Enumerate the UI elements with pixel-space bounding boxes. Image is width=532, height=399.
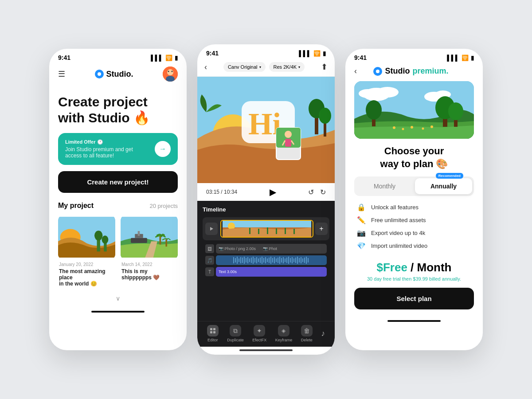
svg-rect-73 xyxy=(288,257,289,264)
status-time-2: 9:41 xyxy=(206,50,219,57)
promo-banner[interactable]: Limited Offer 🕐 Join Studio premium and … xyxy=(58,133,178,165)
photo-track[interactable]: 📷 Photo / png 2.00s 📷 Phot xyxy=(216,244,327,254)
project-count: 20 projects xyxy=(149,203,178,209)
svg-rect-63 xyxy=(270,257,271,264)
svg-rect-48 xyxy=(244,257,245,264)
svg-rect-42 xyxy=(233,257,234,263)
text-track[interactable]: Text 3.00s xyxy=(216,267,327,277)
svg-point-92 xyxy=(359,89,376,98)
svg-rect-76 xyxy=(293,258,294,262)
main-video-track[interactable]: + xyxy=(203,217,329,240)
studio-logo-dot xyxy=(95,70,104,78)
svg-point-96 xyxy=(366,100,382,120)
svg-rect-15 xyxy=(160,236,161,244)
svg-rect-43 xyxy=(235,258,236,262)
status-bar-2: 9:41 ▌▌▌ 🛜 ▮ xyxy=(197,44,335,59)
unlock-icon: 🔒 xyxy=(356,203,367,211)
track-content xyxy=(220,220,313,238)
undo-button[interactable]: ↺ xyxy=(308,188,314,196)
audio-track[interactable] xyxy=(216,255,327,265)
promo-text: Limited Offer 🕐 Join Studio premium and … xyxy=(65,139,133,159)
phone-screen-2: 9:41 ▌▌▌ 🛜 ▮ ‹ Canv Original ▾ Res 2K/4K… xyxy=(197,44,335,355)
photo-track-icon: 🖼 xyxy=(205,244,214,253)
music-note-icon[interactable]: ♪ xyxy=(321,329,325,338)
offer-label: Limited Offer 🕐 xyxy=(65,139,133,145)
home-indicator-3 xyxy=(387,320,441,322)
tool-delete[interactable]: 🗑 Delete xyxy=(301,325,313,342)
feature-import-text: Import unlimited video xyxy=(371,243,427,249)
back-button[interactable]: ‹ xyxy=(204,63,207,72)
svg-point-105 xyxy=(430,125,433,128)
svg-marker-31 xyxy=(210,227,213,231)
track-add-button[interactable]: + xyxy=(315,223,328,235)
svg-rect-55 xyxy=(256,257,257,263)
signal-icon-3: ▌▌▌ xyxy=(447,55,459,61)
canv-label: Canv Original xyxy=(228,64,258,70)
project-card-1[interactable]: January 20, 2022 The most amazing placei… xyxy=(58,215,115,289)
track-play-icon[interactable] xyxy=(205,223,218,235)
svg-rect-52 xyxy=(251,258,252,263)
features-list: 🔒 Unlock all features ✏️ Free unlimited … xyxy=(345,203,483,250)
editor-nav: ‹ Canv Original ▾ Res 2K/4K ▾ ⬆ xyxy=(197,59,335,77)
svg-rect-58 xyxy=(262,257,262,264)
home-indicator-2 xyxy=(239,349,293,351)
time-current: 03:15 xyxy=(206,189,219,195)
svg-rect-87 xyxy=(210,331,212,333)
svg-rect-40 xyxy=(293,229,295,234)
my-project-title: My project xyxy=(58,202,94,210)
import-icon: 💎 xyxy=(356,242,367,250)
tool-keyframe[interactable]: ◈ Keyframe xyxy=(275,325,293,342)
project-grid: January 20, 2022 The most amazing placei… xyxy=(49,215,187,289)
play-button[interactable]: ▶ xyxy=(270,187,276,197)
plan-annually-option[interactable]: Annually xyxy=(415,178,472,194)
text-track-row: T Text 3.00s xyxy=(203,267,329,277)
tool-editor[interactable]: Editor xyxy=(207,325,219,342)
share-button[interactable]: ⬆ xyxy=(321,62,328,72)
screens-container: 9:41 ▌▌▌ 🛜 ▮ ☰ Studio. xyxy=(31,18,501,381)
project-card-2[interactable]: March 14, 2022 This is my shipppppps 🤎 xyxy=(121,215,178,289)
undo-redo-controls: ↺ ↻ xyxy=(308,188,326,196)
feature-unlock: 🔒 Unlock all features xyxy=(356,203,472,211)
battery-icon-2: ▮ xyxy=(323,50,326,57)
price-period: / Month xyxy=(411,261,451,274)
plan-monthly-option[interactable]: Monthly xyxy=(356,178,413,194)
svg-rect-24 xyxy=(285,139,291,147)
feature-export: 📷 Export video up to 4k xyxy=(356,229,472,237)
signal-icon: ▌▌▌ xyxy=(151,55,163,61)
create-new-project-button[interactable]: Create new project! xyxy=(58,171,178,193)
select-plan-button[interactable]: Select plan xyxy=(354,288,474,309)
status-icons-2: ▌▌▌ 🛜 ▮ xyxy=(299,50,326,57)
hamburger-icon[interactable]: ☰ xyxy=(58,69,65,79)
svg-rect-86 xyxy=(213,328,215,330)
svg-rect-84 xyxy=(308,258,309,262)
svg-rect-67 xyxy=(278,258,278,263)
delete-icon: 🗑 xyxy=(301,325,313,336)
chevron-down-icon[interactable]: ∨ xyxy=(49,289,187,307)
canv-control[interactable]: Canv Original ▾ xyxy=(223,62,266,72)
tool-efectfx[interactable]: ✦ EfectFX xyxy=(252,325,266,342)
home-indicator-1 xyxy=(91,311,145,313)
project-info-1: January 20, 2022 The most amazing placei… xyxy=(58,259,115,289)
back-button-3[interactable]: ‹ xyxy=(354,66,357,76)
avatar-1[interactable] xyxy=(163,66,178,82)
svg-rect-68 xyxy=(279,257,280,264)
video-controls-bar: 03:15 / 10:34 ▶ ↺ ↻ xyxy=(197,183,335,201)
price-line: $Free / Month xyxy=(354,261,474,274)
tool-duplicate[interactable]: ⧉ Duplicate xyxy=(227,325,244,342)
redo-button[interactable]: ↻ xyxy=(320,188,326,196)
my-project-header: My project 20 projects xyxy=(49,202,187,215)
svg-rect-66 xyxy=(276,258,277,262)
svg-point-1 xyxy=(167,69,173,75)
svg-rect-74 xyxy=(290,258,291,262)
svg-rect-64 xyxy=(272,258,273,262)
res-control[interactable]: Res 2K/4K ▾ xyxy=(269,62,305,72)
wifi-icon-3: 🛜 xyxy=(462,55,469,61)
hero-image xyxy=(354,81,474,139)
logo-text-1: Studio. xyxy=(106,70,133,79)
top-nav-3: ‹ Studio premium. xyxy=(345,64,483,81)
svg-rect-56 xyxy=(258,258,259,262)
promo-arrow[interactable]: → xyxy=(155,141,171,157)
audio-track-row: 🎵 xyxy=(203,255,329,265)
svg-point-102 xyxy=(402,128,404,130)
svg-rect-12 xyxy=(131,238,147,243)
